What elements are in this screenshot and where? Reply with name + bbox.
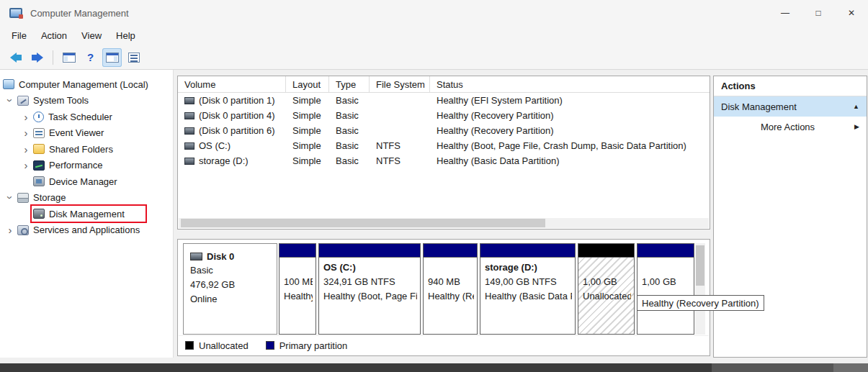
volume-table-header: VolumeLayoutTypeFile SystemStatus [178,76,710,93]
tooltip: Healthy (Recovery Partition) [637,295,764,311]
partition-region-4[interactable]: storage (D:)149,00 GB NTFSHealthy (Basic… [480,243,576,335]
tree-item-services-and-applications[interactable]: ›Services and Applications [0,222,173,239]
partition-size: 1,00 GB [642,276,691,291]
close-button[interactable]: ✕ [835,0,868,26]
column-header-volume[interactable]: Volume [178,76,286,92]
column-header-file-system[interactable]: File System [370,76,430,92]
chevron-collapsed-icon[interactable]: › [19,160,33,171]
minimize-button[interactable]: — [769,0,802,26]
back-button[interactable] [6,48,25,67]
legend-label: Unallocated [199,340,249,351]
partition-name: OS (C:) [323,262,417,276]
collapse-arrow-icon[interactable]: ▲ [853,103,859,110]
task-scheduler-icon [33,112,44,122]
app-icon [9,8,22,18]
volume-row-disk-0-partition-4[interactable]: (Disk 0 partition 4)SimpleBasicHealthy (… [178,108,710,123]
partition-region-1[interactable]: 100 MBHealthy (EFI System Partition) [279,243,316,335]
show-action-pane-button[interactable] [102,48,122,67]
export-list-button[interactable] [124,48,143,67]
volume-icon [184,97,194,104]
volume-name: storage (D:) [199,155,249,166]
legend: UnallocatedPrimary partition [179,335,709,355]
tree-item-label: Shared Folders [49,144,113,155]
partition-status: Healthy (Basic Data Partition) [485,291,572,305]
horizontal-scrollbar-thumb[interactable] [181,219,545,227]
legend-swatch [185,341,194,350]
selection-highlight-box [30,204,147,223]
event-viewer-icon [33,128,45,138]
maximize-button[interactable]: □ [802,0,835,26]
cell-layout: Simple [286,125,329,136]
forward-button[interactable] [27,48,47,67]
volume-name: (Disk 0 partition 4) [199,110,274,121]
show-console-tree-button[interactable] [59,48,79,67]
cell-status: Healthy (Recovery Partition) [430,125,710,136]
partitions-strip: 100 MBHealthy (EFI System Partition)OS (… [279,243,694,335]
submenu-arrow-icon[interactable]: ▶ [854,123,859,130]
cell-layout: Simple [286,95,329,106]
arrow-right-icon [32,53,43,63]
menu-help[interactable]: Help [109,27,143,44]
chevron-collapsed-icon[interactable]: › [19,144,33,155]
action-pane-icon [106,53,119,63]
chevron-expanded-icon[interactable]: › [5,191,16,205]
arrow-left-icon [10,53,22,63]
horizontal-scrollbar[interactable] [179,218,709,228]
cell-volume: (Disk 0 partition 1) [178,95,286,106]
cell-type: Basic [329,155,370,166]
column-header-type[interactable]: Type [329,76,370,92]
tree-item-computer-management-local[interactable]: Computer Management (Local) [0,76,173,93]
disk-status: Online [190,291,277,306]
help-button[interactable]: ? [81,48,100,67]
cell-file_system: NTFS [370,155,430,166]
tree-item-system-tools[interactable]: ›System Tools [0,93,173,109]
action-disk-management[interactable]: Disk Management▲ [714,96,867,117]
volume-row-storage-d[interactable]: storage (D:)SimpleBasicNTFSHealthy (Basi… [178,153,710,168]
menu-file[interactable]: File [4,27,34,44]
shared-folders-icon [33,144,45,154]
system-tools-icon [17,96,29,106]
vertical-scrollbar-thumb[interactable] [696,245,704,286]
menu-view[interactable]: View [74,27,109,44]
tree-item-event-viewer[interactable]: ›Event Viewer [0,125,173,142]
partition-region-6[interactable]: 1,00 GB [637,243,694,335]
volume-table-body: (Disk 0 partition 1)SimpleBasicHealthy (… [178,93,710,168]
volume-row-os-c[interactable]: OS (C:)SimpleBasicNTFSHealthy (Boot, Pag… [178,138,710,153]
computer-management-logo-icon [9,8,22,18]
menu-action[interactable]: Action [34,27,74,44]
computer-icon [3,79,14,89]
tree-item-label: Event Viewer [49,127,104,138]
partition-region-2[interactable]: OS (C:)324,91 GB NTFSHealthy (Boot, Page… [318,243,421,335]
chevron-collapsed-icon[interactable]: › [19,127,33,138]
tree-item-shared-folders[interactable]: ›Shared Folders [0,141,173,158]
chevron-collapsed-icon[interactable]: › [3,224,17,235]
cell-type: Basic [329,140,370,151]
tree-item-device-manager[interactable]: Device Manager [0,173,173,190]
taskbar-segment [833,363,868,372]
partition-region-3[interactable]: 940 MBHealthy (Recovery Partition) [423,243,478,335]
column-header-status[interactable]: Status [430,76,710,92]
chevron-expanded-icon[interactable]: › [5,94,16,108]
volume-row-disk-0-partition-1[interactable]: (Disk 0 partition 1)SimpleBasicHealthy (… [178,93,710,108]
partition-name [583,262,631,276]
partition-status: Unallocated [583,291,631,305]
cell-layout: Simple [286,155,329,166]
tree-item-performance[interactable]: ›Performance [0,158,173,174]
tree-item-task-scheduler[interactable]: ›Task Scheduler [0,109,173,125]
cell-volume: (Disk 0 partition 4) [178,110,286,121]
disk-type: Basic [190,263,277,277]
vertical-scrollbar[interactable] [695,243,705,335]
action-more-actions[interactable]: More Actions▶ [714,117,867,137]
cell-type: Basic [329,95,370,106]
column-header-layout[interactable]: Layout [286,76,329,92]
disk-icon [190,253,202,260]
unallocated-region[interactable]: 1,00 GBUnallocated [578,243,635,335]
partition-size: 940 MB [428,276,474,291]
volume-list-pane: VolumeLayoutTypeFile SystemStatus (Disk … [177,76,710,230]
volume-row-disk-0-partition-6[interactable]: (Disk 0 partition 6)SimpleBasicHealthy (… [178,123,710,138]
partition-name: storage (D:) [485,262,572,276]
tree-item-storage[interactable]: ›Storage [0,190,173,207]
disk0-info-box[interactable]: Disk 0 Basic 476,92 GB Online [183,243,277,335]
chevron-collapsed-icon[interactable]: › [19,112,33,122]
partition-status: Healthy (EFI System Partition) [284,291,313,305]
